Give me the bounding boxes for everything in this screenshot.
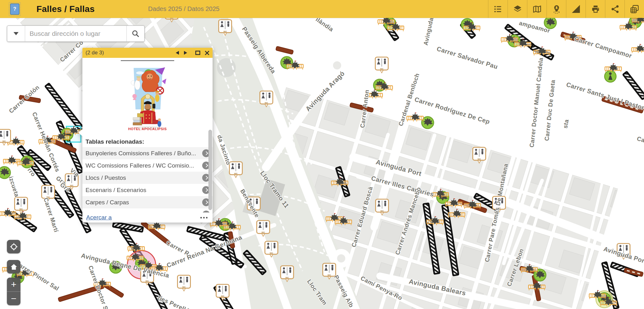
search-widget [7,25,145,42]
next-feature-button[interactable] [184,51,188,55]
related-tables-list: Bunyoleries Comissions Falleres / Buño..… [82,147,213,212]
related-table-row[interactable]: Escenaris / Escenarios [82,184,213,196]
search-button[interactable] [126,26,144,41]
share-tool-button[interactable] [605,0,625,18]
wc-marker-label: wc [182,285,186,288]
wc-marker-label: wc [497,207,501,209]
popup-footer: Acercar a [82,212,213,223]
print-tool-button[interactable] [586,0,605,18]
green-falla-marker[interactable] [544,17,556,29]
previous-feature-button[interactable] [175,51,179,55]
home-icon [9,262,18,271]
popup-pointer [78,129,83,136]
wc-marker-label: wc [380,67,384,70]
wc-marker-label: wc [46,196,50,198]
search-input[interactable] [25,26,126,41]
layers-tool-button[interactable] [508,0,527,18]
wc-marker-label: wc [327,273,331,276]
measure-icon [571,4,581,14]
legend-tool-button[interactable] [488,0,508,18]
more-options-button[interactable] [200,217,209,218]
location-icon [552,4,561,14]
popup-scrollbar[interactable] [208,130,212,210]
wc-marker-label: wc [252,207,256,210]
wc-marker-label: wc [264,101,268,104]
attribute-table-icon [630,4,639,14]
wc-marker-label: wc [285,276,289,279]
related-table-label: Bunyoleries Comissions Falleres / Buño..… [86,150,202,157]
chevron-down-icon [14,32,19,35]
close-icon [205,51,209,55]
related-table-label: Escenaris / Escenarios [86,187,202,194]
wc-marker-label: wc [380,209,384,212]
help-label: ? [13,6,16,12]
home-button[interactable] [7,260,20,273]
measure-tool-button[interactable] [566,0,586,18]
popup-divider [121,60,174,61]
print-icon [591,4,600,14]
zoom-controls: + − [7,278,20,305]
feature-popup: (2 de 3) [82,48,213,223]
wc-marker-label: wc [622,254,625,257]
close-popup-button[interactable] [205,51,209,55]
related-table-label: Carpes / Carpas [86,199,202,206]
wc-marker-label: wc [2,140,6,142]
search-icon [131,29,140,38]
page-subtitle: Dades 2025 / Datos 2025 [148,5,219,13]
related-table-row[interactable]: Bunyoleries Comissions Falleres / Buño..… [82,147,213,159]
related-table-row[interactable]: WC Comissions Falleres / WC Comisio... [82,159,213,172]
location-tool-button[interactable] [547,0,566,18]
header-toolbar [488,0,644,18]
related-table-row[interactable]: Zona de Foc / Zona de F... [82,208,213,212]
share-icon [610,4,620,14]
wc-marker-label: wc [477,157,481,160]
legend-icon [493,4,503,14]
locate-button[interactable] [7,240,20,253]
page-title: Falles / Fallas [36,4,95,14]
zoom-to-link[interactable]: Acercar a [86,214,112,221]
related-table-row[interactable]: Carpes / Carpas [82,196,213,208]
next-icon [184,51,188,55]
wc-marker-label: wc [223,30,227,33]
green-falla-marker[interactable] [0,167,10,179]
wc-marker-label: wc [261,231,265,234]
app-header: ? Falles / Fallas Dades 2025 / Datos 202… [0,0,644,18]
zoom-out-button[interactable]: − [7,292,20,305]
popup-title: (2 de 3) [86,50,104,56]
wc-marker-label: wc [70,184,74,187]
related-table-row[interactable]: Llocs / Puestos [82,172,213,184]
related-table-label: WC Comissions Falleres / WC Comisio... [86,162,202,169]
wc-marker-label: wc [269,251,273,254]
basemap-tool-button[interactable] [527,0,547,18]
popup-header[interactable]: (2 de 3) [82,48,213,58]
related-tables-heading: Tablas relacionadas: [86,138,213,145]
maximize-icon [195,51,200,55]
wc-marker-label: wc [234,172,238,175]
help-icon[interactable]: ? [9,2,21,16]
attribute-table-tool-button[interactable] [625,0,644,18]
basemap-icon [532,4,542,14]
previous-icon [175,51,179,55]
zoom-in-button[interactable]: + [7,278,20,291]
green-falla-marker[interactable] [110,261,122,273]
related-table-label: Llocs / Puestos [86,174,202,181]
falla-poster-image[interactable]: HOTEL APOCALIPSIS [125,65,170,131]
figure-marker[interactable] [605,71,616,82]
locate-icon [9,242,18,251]
poster-caption: HOTEL APOCALIPSIS [125,127,170,131]
wc-marker-label: wc [145,279,149,282]
poster-illustration [125,65,170,131]
search-source-dropdown[interactable] [7,26,25,41]
maximize-popup-button[interactable] [195,51,200,55]
wc-marker-label: wc [19,207,23,210]
popup-body: HOTEL APOCALIPSIS Tablas relacionadas: B… [82,58,213,223]
app-window: wcwcwcwcwcwcwcwcwcwcwcwcwcwcwcwcwcwcwcwc… [0,0,644,309]
wc-marker-label: wc [221,295,225,297]
layers-icon [513,4,522,14]
